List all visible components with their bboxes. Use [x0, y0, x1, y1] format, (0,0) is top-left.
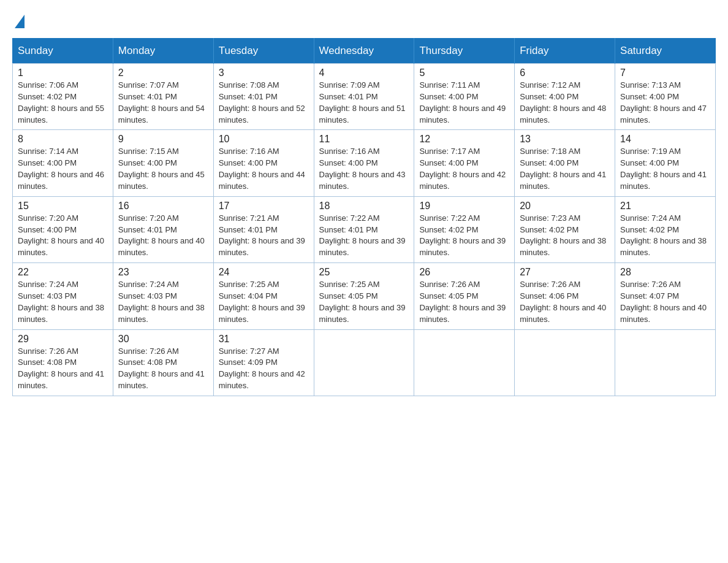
header-monday: Monday — [113, 39, 213, 64]
calendar-day-cell: 3 Sunrise: 7:08 AMSunset: 4:01 PMDayligh… — [213, 64, 314, 130]
day-number: 7 — [620, 67, 710, 79]
calendar-day-cell: 30 Sunrise: 7:26 AMSunset: 4:08 PMDaylig… — [113, 329, 213, 396]
header-friday: Friday — [515, 39, 615, 64]
calendar-empty-cell — [414, 329, 515, 396]
calendar-empty-cell — [615, 329, 716, 396]
calendar-empty-cell — [314, 329, 414, 396]
calendar-day-cell: 28 Sunrise: 7:26 AMSunset: 4:07 PMDaylig… — [615, 263, 716, 329]
day-number: 10 — [219, 134, 309, 145]
day-info: Sunrise: 7:14 AMSunset: 4:00 PMDaylight:… — [18, 146, 108, 192]
calendar-day-cell: 13 Sunrise: 7:18 AMSunset: 4:00 PMDaylig… — [515, 130, 615, 196]
day-number: 14 — [620, 134, 710, 145]
day-number: 26 — [419, 267, 509, 278]
day-number: 21 — [620, 201, 710, 212]
day-info: Sunrise: 7:26 AMSunset: 4:08 PMDaylight:… — [18, 346, 108, 392]
day-number: 24 — [219, 267, 309, 278]
day-info: Sunrise: 7:24 AMSunset: 4:02 PMDaylight:… — [620, 213, 710, 259]
header-tuesday: Tuesday — [213, 39, 314, 64]
calendar-day-cell: 25 Sunrise: 7:25 AMSunset: 4:05 PMDaylig… — [314, 263, 414, 329]
calendar-week-row: 1 Sunrise: 7:06 AMSunset: 4:02 PMDayligh… — [13, 64, 716, 130]
day-number: 17 — [219, 201, 309, 212]
day-info: Sunrise: 7:20 AMSunset: 4:00 PMDaylight:… — [18, 213, 108, 259]
header-thursday: Thursday — [414, 39, 515, 64]
page-header — [12, 12, 716, 28]
calendar-day-cell: 8 Sunrise: 7:14 AMSunset: 4:00 PMDayligh… — [13, 130, 113, 196]
day-number: 18 — [319, 201, 409, 212]
day-number: 30 — [118, 334, 208, 345]
day-number: 9 — [118, 134, 208, 145]
day-info: Sunrise: 7:25 AMSunset: 4:05 PMDaylight:… — [319, 279, 409, 325]
day-info: Sunrise: 7:22 AMSunset: 4:01 PMDaylight:… — [319, 213, 409, 259]
calendar-day-cell: 2 Sunrise: 7:07 AMSunset: 4:01 PMDayligh… — [113, 64, 213, 130]
calendar-week-row: 15 Sunrise: 7:20 AMSunset: 4:00 PMDaylig… — [13, 196, 716, 262]
calendar-week-row: 29 Sunrise: 7:26 AMSunset: 4:08 PMDaylig… — [13, 329, 716, 396]
day-number: 23 — [118, 267, 208, 278]
calendar-day-cell: 17 Sunrise: 7:21 AMSunset: 4:01 PMDaylig… — [213, 196, 314, 262]
calendar-day-cell: 31 Sunrise: 7:27 AMSunset: 4:09 PMDaylig… — [213, 329, 314, 396]
logo — [12, 12, 25, 28]
calendar-day-cell: 22 Sunrise: 7:24 AMSunset: 4:03 PMDaylig… — [13, 263, 113, 329]
day-number: 6 — [520, 67, 610, 79]
calendar-day-cell: 9 Sunrise: 7:15 AMSunset: 4:00 PMDayligh… — [113, 130, 213, 196]
calendar-day-cell: 4 Sunrise: 7:09 AMSunset: 4:01 PMDayligh… — [314, 64, 414, 130]
calendar-day-cell: 20 Sunrise: 7:23 AMSunset: 4:02 PMDaylig… — [515, 196, 615, 262]
calendar-day-cell: 15 Sunrise: 7:20 AMSunset: 4:00 PMDaylig… — [13, 196, 113, 262]
day-number: 22 — [18, 267, 108, 278]
calendar-week-row: 22 Sunrise: 7:24 AMSunset: 4:03 PMDaylig… — [13, 263, 716, 329]
calendar-day-cell: 18 Sunrise: 7:22 AMSunset: 4:01 PMDaylig… — [314, 196, 414, 262]
day-number: 12 — [419, 134, 509, 145]
calendar-day-cell: 14 Sunrise: 7:19 AMSunset: 4:00 PMDaylig… — [615, 130, 716, 196]
day-info: Sunrise: 7:20 AMSunset: 4:01 PMDaylight:… — [118, 213, 208, 259]
day-number: 25 — [319, 267, 409, 278]
calendar-day-cell: 5 Sunrise: 7:11 AMSunset: 4:00 PMDayligh… — [414, 64, 515, 130]
day-info: Sunrise: 7:23 AMSunset: 4:02 PMDaylight:… — [520, 213, 610, 259]
header-saturday: Saturday — [615, 39, 716, 64]
day-info: Sunrise: 7:21 AMSunset: 4:01 PMDaylight:… — [219, 213, 309, 259]
day-number: 13 — [520, 134, 610, 145]
day-number: 8 — [18, 134, 108, 145]
calendar-day-cell: 7 Sunrise: 7:13 AMSunset: 4:00 PMDayligh… — [615, 64, 716, 130]
day-info: Sunrise: 7:26 AMSunset: 4:08 PMDaylight:… — [118, 346, 208, 392]
calendar-day-cell: 21 Sunrise: 7:24 AMSunset: 4:02 PMDaylig… — [615, 196, 716, 262]
day-info: Sunrise: 7:19 AMSunset: 4:00 PMDaylight:… — [620, 146, 710, 192]
day-number: 5 — [419, 67, 509, 79]
day-info: Sunrise: 7:24 AMSunset: 4:03 PMDaylight:… — [18, 279, 108, 325]
day-info: Sunrise: 7:17 AMSunset: 4:00 PMDaylight:… — [419, 146, 509, 192]
day-number: 19 — [419, 201, 509, 212]
day-number: 20 — [520, 201, 610, 212]
calendar-day-cell: 24 Sunrise: 7:25 AMSunset: 4:04 PMDaylig… — [213, 263, 314, 329]
calendar-day-cell: 23 Sunrise: 7:24 AMSunset: 4:03 PMDaylig… — [113, 263, 213, 329]
day-number: 27 — [520, 267, 610, 278]
day-info: Sunrise: 7:26 AMSunset: 4:07 PMDaylight:… — [620, 279, 710, 325]
day-info: Sunrise: 7:16 AMSunset: 4:00 PMDaylight:… — [219, 146, 309, 192]
header-wednesday: Wednesday — [314, 39, 414, 64]
calendar-day-cell: 27 Sunrise: 7:26 AMSunset: 4:06 PMDaylig… — [515, 263, 615, 329]
calendar-day-cell: 26 Sunrise: 7:26 AMSunset: 4:05 PMDaylig… — [414, 263, 515, 329]
calendar-day-cell: 6 Sunrise: 7:12 AMSunset: 4:00 PMDayligh… — [515, 64, 615, 130]
day-number: 31 — [219, 334, 309, 345]
calendar-table: SundayMondayTuesdayWednesdayThursdayFrid… — [12, 38, 716, 396]
day-number: 4 — [319, 67, 409, 79]
day-info: Sunrise: 7:11 AMSunset: 4:00 PMDaylight:… — [419, 80, 509, 126]
day-info: Sunrise: 7:12 AMSunset: 4:00 PMDaylight:… — [520, 80, 610, 126]
day-info: Sunrise: 7:16 AMSunset: 4:00 PMDaylight:… — [319, 146, 409, 192]
day-info: Sunrise: 7:24 AMSunset: 4:03 PMDaylight:… — [118, 279, 208, 325]
calendar-day-cell: 1 Sunrise: 7:06 AMSunset: 4:02 PMDayligh… — [13, 64, 113, 130]
calendar-day-cell: 10 Sunrise: 7:16 AMSunset: 4:00 PMDaylig… — [213, 130, 314, 196]
day-number: 2 — [118, 67, 208, 79]
calendar-week-row: 8 Sunrise: 7:14 AMSunset: 4:00 PMDayligh… — [13, 130, 716, 196]
calendar-day-cell: 11 Sunrise: 7:16 AMSunset: 4:00 PMDaylig… — [314, 130, 414, 196]
day-info: Sunrise: 7:18 AMSunset: 4:00 PMDaylight:… — [520, 146, 610, 192]
day-info: Sunrise: 7:26 AMSunset: 4:05 PMDaylight:… — [419, 279, 509, 325]
day-info: Sunrise: 7:22 AMSunset: 4:02 PMDaylight:… — [419, 213, 509, 259]
day-number: 15 — [18, 201, 108, 212]
calendar-day-cell: 29 Sunrise: 7:26 AMSunset: 4:08 PMDaylig… — [13, 329, 113, 396]
calendar-header-row: SundayMondayTuesdayWednesdayThursdayFrid… — [13, 39, 716, 64]
day-info: Sunrise: 7:07 AMSunset: 4:01 PMDaylight:… — [118, 80, 208, 126]
day-number: 11 — [319, 134, 409, 145]
day-number: 29 — [18, 334, 108, 345]
day-number: 16 — [118, 201, 208, 212]
calendar-day-cell: 12 Sunrise: 7:17 AMSunset: 4:00 PMDaylig… — [414, 130, 515, 196]
day-info: Sunrise: 7:25 AMSunset: 4:04 PMDaylight:… — [219, 279, 309, 325]
calendar-empty-cell — [515, 329, 615, 396]
